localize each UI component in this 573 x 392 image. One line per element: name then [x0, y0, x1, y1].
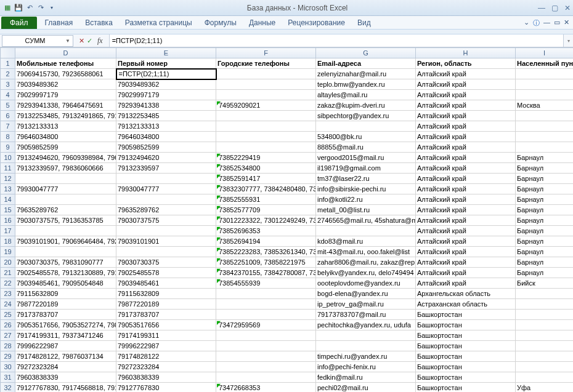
tab-view[interactable]: Вид [351, 17, 377, 29]
cell[interactable] [216, 121, 316, 132]
cell[interactable] [216, 289, 316, 299]
cell[interactable] [516, 351, 574, 362]
cell[interactable]: 79127767830, 79174568818, 7917 [15, 383, 116, 393]
cell[interactable] [216, 341, 316, 351]
cell[interactable]: Барнаул [516, 257, 574, 268]
cell[interactable]: 79132253485, 79132491865, 7913 [15, 111, 116, 121]
cell[interactable]: 79025485578, 79132130889, 7918 [15, 268, 116, 278]
cell[interactable] [516, 79, 574, 90]
cell[interactable]: Барнаул [516, 247, 574, 257]
cell[interactable]: ◤73852696353 [216, 226, 316, 236]
cell[interactable]: ◤73472959569 [216, 320, 316, 330]
cell[interactable]: Мобильные телефоны [15, 58, 116, 69]
formula-expand-icon[interactable]: ▾ [563, 34, 573, 47]
cell[interactable]: Башкортостан [416, 351, 516, 362]
cell[interactable] [516, 111, 574, 121]
cell[interactable] [216, 310, 316, 320]
cell[interactable] [216, 299, 316, 310]
cell[interactable]: Барнаул [516, 236, 574, 247]
cell[interactable]: 79174199311 [116, 330, 216, 341]
row-header[interactable]: 20 [1, 257, 15, 268]
cell[interactable]: 79115632809 [15, 289, 116, 299]
cell[interactable] [516, 310, 574, 320]
cell[interactable]: Алтайский край [416, 142, 516, 153]
cell[interactable]: mit-43@mail.ru, ooo.fakel@list [316, 247, 416, 257]
row-header[interactable]: 17 [1, 226, 15, 236]
cell[interactable]: Алтайский край [416, 111, 516, 121]
cell[interactable]: 79029997179 [116, 90, 216, 100]
cell[interactable] [516, 132, 574, 142]
row-header[interactable]: 26 [1, 320, 15, 330]
formula-input[interactable]: =ПСТР(D2;1;11) [109, 34, 563, 47]
cell[interactable]: ◤73852223283, 73853261340, 7385 [216, 247, 316, 257]
cell[interactable] [516, 69, 574, 79]
cell[interactable]: 79053517656, 79053527274, 7987 [15, 320, 116, 330]
cell[interactable]: Алтайский край [416, 184, 516, 194]
row-header[interactable]: 12 [1, 174, 15, 184]
cell[interactable]: Бийск [516, 278, 574, 289]
cell[interactable] [516, 330, 574, 341]
row-header[interactable]: 29 [1, 351, 15, 362]
cell[interactable]: Барнаул [516, 194, 574, 205]
cell[interactable]: info@pechi-fenix.ru [316, 362, 416, 372]
cell[interactable]: ◤73852577709 [216, 205, 316, 215]
tab-data[interactable]: Данные [243, 17, 282, 29]
help-icon[interactable]: ⓘ [533, 18, 540, 28]
cell[interactable]: ◤73842370155, 73842780087, 7385 [216, 268, 316, 278]
save-icon[interactable]: 💾 [14, 3, 23, 13]
row-header[interactable]: 15 [1, 205, 15, 215]
cell[interactable]: Городские телефоны [216, 58, 316, 69]
cell[interactable]: Алтайский край [416, 163, 516, 174]
cell[interactable]: 79174828122 [116, 351, 216, 362]
cell[interactable]: 79174199311, 79373471246 [15, 330, 116, 341]
cell[interactable]: 79030730375, 79831090777 [15, 257, 116, 268]
name-box[interactable]: СУММ ▼ [2, 35, 73, 47]
cell[interactable] [216, 111, 316, 121]
cell[interactable]: 79059852599 [15, 142, 116, 153]
cell[interactable]: Башкортостан [416, 372, 516, 383]
cell[interactable]: teplo.bmw@yandex.ru [316, 79, 416, 90]
row-header[interactable]: 23 [1, 289, 15, 299]
cell[interactable]: 79272323284 [15, 362, 116, 372]
cell[interactable]: 79029997179 [15, 90, 116, 100]
cell[interactable]: 79635289762 [15, 205, 116, 215]
tab-home[interactable]: Главная [39, 17, 79, 29]
cell[interactable] [316, 121, 416, 132]
cell[interactable]: tm37@laser22.ru [316, 174, 416, 184]
cell[interactable]: ◤73852534800 [216, 163, 316, 174]
cell[interactable] [316, 341, 416, 351]
col-header-G[interactable]: G [316, 48, 416, 58]
cell[interactable]: 79115632809 [116, 289, 216, 299]
cell[interactable]: 79132339597 [116, 163, 216, 174]
cell[interactable]: belyikv@yandex.ru, delo749494 [316, 268, 416, 278]
cell[interactable]: 79132253485 [116, 111, 216, 121]
undo-icon[interactable]: ↶ [25, 3, 35, 13]
cell[interactable] [216, 79, 316, 90]
cell[interactable]: Алтайский край [416, 79, 516, 90]
cell[interactable]: ◤73012223322, 73012249249, 7301 [216, 215, 316, 226]
cell[interactable]: 79127767830 [116, 383, 216, 393]
cell[interactable]: =ПСТР(D2;1;11) [116, 69, 216, 79]
cell[interactable]: 79173783707@mail.ru [316, 310, 416, 320]
cell[interactable]: Алтайский край [416, 215, 516, 226]
cell[interactable]: Астраханская область [416, 299, 516, 310]
cell[interactable]: Башкортостан [416, 330, 516, 341]
cell[interactable]: Барнаул [516, 205, 574, 215]
ribbon-minimize-icon[interactable]: ⌄ [524, 18, 529, 28]
row-header[interactable]: 31 [1, 372, 15, 383]
cell[interactable]: altayles@mail.ru [316, 90, 416, 100]
row-header[interactable]: 24 [1, 299, 15, 310]
cell[interactable]: Алтайский край [416, 236, 516, 247]
cell[interactable]: Барнаул [516, 226, 574, 236]
cell[interactable]: Башкортостан [416, 383, 516, 393]
cell[interactable]: 79173783707 [116, 310, 216, 320]
cell[interactable]: Алтайский край [416, 90, 516, 100]
cell[interactable] [516, 372, 574, 383]
cell[interactable]: Алтайский край [416, 174, 516, 184]
cell[interactable]: ◤74959209021 [216, 100, 316, 111]
cell[interactable]: ◤73852591417 [216, 174, 316, 184]
row-header[interactable]: 28 [1, 341, 15, 351]
row-header[interactable]: 9 [1, 142, 15, 153]
maximize-icon[interactable]: ▢ [551, 4, 558, 12]
cell[interactable]: 79293941338 [116, 100, 216, 111]
